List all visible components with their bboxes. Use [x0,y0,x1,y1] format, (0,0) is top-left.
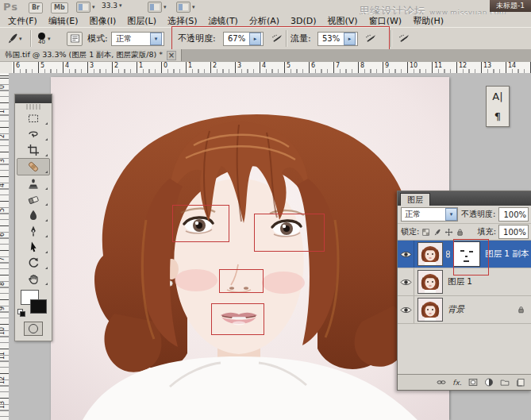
lock-label: 锁定: [401,226,419,237]
view-extras-control[interactable]: ▾ [148,2,167,13]
new-adjustment-layer-button[interactable] [483,376,495,388]
document-tab[interactable]: 韩国.tif @ 33.3% (图层 1 副本, 图层蒙版/8) * × [0,49,182,61]
layers-opacity-value: 100% [503,210,526,219]
launch-bridge-button[interactable]: Br [29,2,43,13]
ruler-number: 7 [0,257,6,261]
airbrush-mode-button[interactable] [364,28,378,49]
workspace-switcher[interactable]: ▾ [76,2,95,13]
tools-panel-grip[interactable] [26,104,40,110]
chevron-down-icon: ▾ [150,33,162,45]
path-selection-tool[interactable] [17,239,49,255]
menu-item-8[interactable]: 3D(D) [287,16,325,26]
layer-name[interactable]: 背景 [448,304,464,315]
rotate-view-tool[interactable] [17,255,49,271]
ruler-number: 2 [0,134,6,138]
link-layers-button[interactable] [435,376,448,388]
opacity-input[interactable]: 67% ▸ [223,28,264,49]
layer-row-layer-1-copy[interactable]: 图层 1 副本 [398,241,531,268]
layer-thumbnail[interactable] [417,270,443,294]
tools-panel-header[interactable] [15,94,52,103]
close-icon[interactable]: × [167,51,176,60]
airbrush-icon [397,32,411,46]
eraser-tool[interactable] [17,191,49,207]
layer-row-background[interactable]: 背景 [398,296,531,324]
screen-mode-control[interactable]: ▾ [176,2,195,13]
launch-mini-bridge-button[interactable]: Mb [51,2,68,13]
layer-thumbnail[interactable] [417,242,443,266]
character-panel-icon[interactable]: A| [492,91,502,102]
clone-stamp-icon [27,177,40,190]
visibility-toggle[interactable] [398,241,414,268]
chevron-down-icon: ▾ [164,4,167,10]
pen-tool[interactable] [17,223,49,239]
add-layer-mask-button[interactable] [467,376,479,388]
lock-position-icon[interactable] [444,227,453,237]
zoom-level-control[interactable]: 33.3 ▾ [102,2,122,10]
lock-transparency-icon[interactable] [421,227,430,237]
opacity-pressure-button[interactable] [270,28,284,49]
tablet-pressure-button[interactable] [397,28,411,49]
menu-item-9[interactable]: 视图(V) [325,15,366,27]
blur-tool[interactable] [17,207,49,223]
menu-item-3[interactable]: 图像(I) [86,15,124,27]
menu-item-6[interactable]: 滤镜(T) [206,15,246,27]
fill-value: 100% [503,228,526,237]
menu-item-2[interactable]: 编辑(E) [45,15,87,27]
rectangular-marquee-tool[interactable] [17,110,49,126]
toggle-brush-panel-button[interactable] [67,28,83,49]
quick-mask-button[interactable] [24,322,43,336]
ruler-number: 6 [16,62,20,69]
menu-item-10[interactable]: 窗口(W) [366,15,410,27]
crop-tool[interactable] [17,142,49,158]
new-group-button[interactable] [498,376,511,388]
ruler-number: 0 [0,85,6,89]
flow-input[interactable]: 53% ▸ [317,28,358,49]
separator [30,30,32,47]
menu-item-11[interactable]: 帮助(H) [410,15,452,27]
lasso-tool[interactable] [17,126,49,142]
new-layer-button[interactable] [514,376,527,388]
ruler-corner[interactable] [0,62,13,74]
lock-all-icon[interactable] [456,227,464,237]
clone-stamp-tool[interactable] [17,175,49,191]
menu-item-7[interactable]: 分析(A) [246,15,287,27]
untitled-document-tab[interactable]: 未标题-1 [490,0,531,12]
layer-thumbnail[interactable] [417,298,443,322]
chevron-down-icon: ▾ [119,2,122,9]
current-tool-dropdown[interactable]: ▾ [5,28,22,49]
horizontal-ruler[interactable]: 6543210123456789101112131415 [12,62,531,74]
layer-styles-button[interactable] [451,376,464,388]
ruler-number: 1 [139,62,143,69]
ruler-number: 9 [0,306,6,310]
new-layer-icon [515,377,526,387]
lock-pixels-icon[interactable] [433,227,441,237]
layers-blend-mode-select[interactable]: 正常 ▾ [401,207,458,222]
fill-input[interactable]: 100% [498,225,529,239]
layer-row-layer-1[interactable]: 图层 1 [398,268,531,296]
default-colors-icon[interactable] [17,309,25,317]
blend-mode-select[interactable]: 正常 ▾ [111,28,164,49]
opacity-value: 67% [228,34,245,43]
menu-item-4[interactable]: 图层(L) [124,15,164,27]
menu-item-5[interactable]: 选择(S) [164,15,206,27]
mask-link-icon[interactable] [444,249,452,259]
visibility-toggle[interactable] [398,296,414,323]
ruler-number: 1 [188,62,192,69]
layers-opacity-input[interactable]: 100% [498,207,529,222]
layer-name[interactable]: 图层 1 副本 [485,249,529,260]
blend-mode-value: 正常 [116,33,132,44]
spot-healing-brush-tool[interactable] [17,158,50,175]
layers-tab[interactable]: 图层 [400,193,430,206]
menu-item-1[interactable]: 文件(F) [5,15,45,27]
layer-name[interactable]: 图层 1 [448,276,472,287]
brush-preset-picker[interactable]: 40 ▾ [38,28,51,49]
chevron-down-icon: ▾ [192,4,195,10]
paragraph-panel-icon[interactable]: ¶ [494,111,501,122]
hand-tool[interactable] [17,271,49,287]
eye-icon [400,306,412,314]
visibility-toggle[interactable] [398,268,414,295]
ruler-number: 0 [164,62,167,69]
layer-mask-thumbnail[interactable] [453,241,480,267]
document-canvas-image[interactable] [51,77,449,420]
background-color-swatch[interactable] [30,299,47,314]
